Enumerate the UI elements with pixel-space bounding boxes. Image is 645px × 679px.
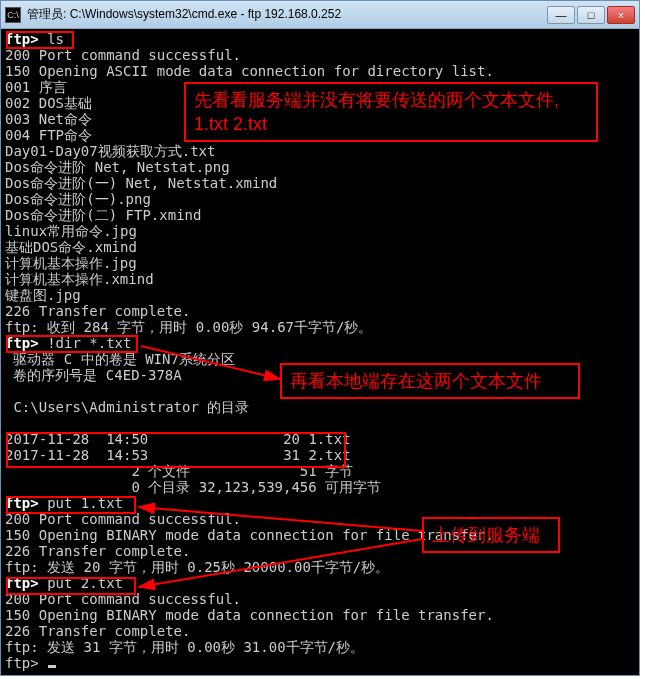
terminal-line: C:\Users\Administrator 的目录	[5, 399, 635, 415]
terminal-line: Dos命令进阶 Net, Netstat.png	[5, 159, 635, 175]
terminal-line: 2 个文件 51 字节	[5, 463, 635, 479]
terminal-line: 200 Port command successful.	[5, 47, 635, 63]
terminal-line: ftp> put 1.txt	[5, 495, 635, 511]
cursor	[48, 665, 56, 668]
terminal-line: 150 Opening BINARY mode data connection …	[5, 607, 635, 623]
terminal-line: ftp: 收到 284 字节，用时 0.00秒 94.67千字节/秒。	[5, 319, 635, 335]
terminal-line: 226 Transfer complete.	[5, 543, 635, 559]
window-title: 管理员: C:\Windows\system32\cmd.exe - ftp 1…	[27, 6, 547, 23]
terminal-line: 200 Port command successful.	[5, 511, 635, 527]
close-button[interactable]: ×	[607, 6, 635, 24]
terminal-line: linux常用命令.jpg	[5, 223, 635, 239]
terminal-line: 226 Transfer complete.	[5, 623, 635, 639]
terminal-line: Dos命令进阶(一).png	[5, 191, 635, 207]
terminal-line: 0 个目录 32,123,539,456 可用字节	[5, 479, 635, 495]
minimize-button[interactable]: —	[547, 6, 575, 24]
terminal-line: ftp> ls	[5, 31, 635, 47]
terminal-line: 200 Port command successful.	[5, 591, 635, 607]
cmd-icon: C:\	[5, 7, 21, 23]
terminal-line: Dos命令进阶(一) Net, Netstat.xmind	[5, 175, 635, 191]
terminal-output[interactable]: ftp> ls200 Port command successful.150 O…	[1, 29, 639, 675]
titlebar[interactable]: C:\ 管理员: C:\Windows\system32\cmd.exe - f…	[1, 1, 639, 29]
terminal-line: 004 FTP命令	[5, 127, 635, 143]
terminal-line: 002 DOS基础	[5, 95, 635, 111]
terminal-line: 计算机基本操作.jpg	[5, 255, 635, 271]
terminal-line: ftp>	[5, 655, 635, 671]
terminal-line: 基础DOS命令.xmind	[5, 239, 635, 255]
terminal-line: ftp> put 2.txt	[5, 575, 635, 591]
terminal-line: ftp> !dir *.txt	[5, 335, 635, 351]
terminal-line: 001 序言	[5, 79, 635, 95]
maximize-button[interactable]: □	[577, 6, 605, 24]
terminal-line: ftp: 发送 31 字节，用时 0.00秒 31.00千字节/秒。	[5, 639, 635, 655]
terminal-line: 150 Opening ASCII mode data connection f…	[5, 63, 635, 79]
terminal-line: 150 Opening BINARY mode data connection …	[5, 527, 635, 543]
terminal-line: 003 Net命令	[5, 111, 635, 127]
terminal-line: ftp: 发送 20 字节，用时 0.25秒 20000.00千字节/秒。	[5, 559, 635, 575]
terminal-line: 226 Transfer complete.	[5, 303, 635, 319]
terminal-line: 驱动器 C 中的卷是 WIN7系统分区	[5, 351, 635, 367]
terminal-line: 2017-11-28 14:50 20 1.txt	[5, 431, 635, 447]
terminal-line: 卷的序列号是 C4ED-378A	[5, 367, 635, 383]
terminal-line	[5, 383, 635, 399]
terminal-line: 键盘图.jpg	[5, 287, 635, 303]
cmd-window: C:\ 管理员: C:\Windows\system32\cmd.exe - f…	[0, 0, 640, 676]
terminal-line: 计算机基本操作.xmind	[5, 271, 635, 287]
window-buttons: — □ ×	[547, 6, 635, 24]
terminal-line: 2017-11-28 14:53 31 2.txt	[5, 447, 635, 463]
terminal-line	[5, 415, 635, 431]
terminal-line: Day01-Day07视频获取方式.txt	[5, 143, 635, 159]
terminal-line: Dos命令进阶(二) FTP.xmind	[5, 207, 635, 223]
